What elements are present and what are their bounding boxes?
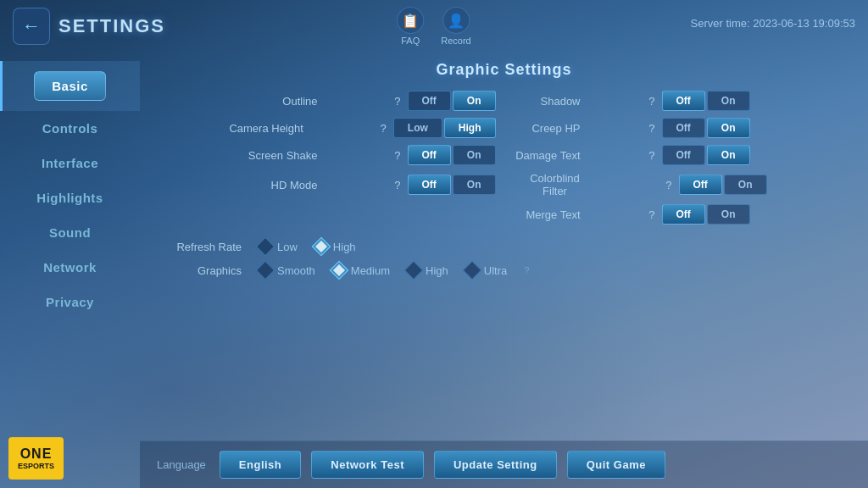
one-esports-logo: ONE ESPORTS bbox=[8, 437, 64, 480]
bottom-bar: Language English Network Test Update Set… bbox=[140, 441, 868, 488]
sidebar-item-interface[interactable]: Interface bbox=[0, 146, 140, 180]
refresh-low-label: Low bbox=[277, 241, 298, 253]
header-center: 📋 FAQ 👤 Record bbox=[397, 0, 470, 53]
colorblind-help-icon: ? bbox=[604, 179, 672, 191]
colorblind-on-btn[interactable]: On bbox=[724, 175, 767, 195]
faq-button[interactable]: 📋 FAQ bbox=[397, 7, 424, 46]
colorblind-label: ColorblindFilter bbox=[513, 172, 598, 197]
screen-shake-off-btn[interactable]: Off bbox=[408, 145, 451, 165]
graphics-medium-label: Medium bbox=[351, 264, 390, 277]
sidebar-label-highlights: Highlights bbox=[36, 191, 103, 205]
section-title: Graphic Settings bbox=[157, 61, 851, 79]
hd-mode-help-icon: ? bbox=[325, 179, 401, 191]
camera-height-setting: Camera Height ? Low High bbox=[157, 118, 496, 138]
sidebar-item-sound[interactable]: Sound bbox=[0, 215, 140, 250]
sidebar-label-basic: Basic bbox=[34, 71, 106, 101]
language-label: Language bbox=[157, 458, 206, 471]
damage-text-on-btn[interactable]: On bbox=[707, 145, 750, 165]
outline-off-btn[interactable]: Off bbox=[408, 91, 451, 111]
sidebar-item-controls[interactable]: Controls bbox=[0, 111, 140, 146]
creep-hp-toggle: Off On bbox=[662, 118, 750, 138]
logo-esports: ESPORTS bbox=[18, 462, 54, 471]
hd-mode-label: HD Mode bbox=[242, 179, 318, 191]
graphics-ultra-diamond bbox=[462, 261, 481, 280]
sidebar-item-privacy[interactable]: Privacy bbox=[0, 285, 140, 319]
outline-help-icon: ? bbox=[325, 95, 401, 108]
sidebar-item-basic[interactable]: Basic bbox=[0, 61, 140, 111]
empty-cell bbox=[157, 204, 496, 225]
refresh-rate-row: Refresh Rate Low High bbox=[157, 235, 851, 258]
record-button[interactable]: 👤 Record bbox=[441, 7, 470, 46]
refresh-high-label: High bbox=[333, 241, 356, 253]
camera-height-toggle: Low High bbox=[393, 118, 496, 138]
update-setting-btn[interactable]: Update Setting bbox=[434, 451, 557, 479]
hd-mode-setting: HD Mode ? Off On bbox=[157, 172, 496, 197]
shadow-off-btn[interactable]: Off bbox=[662, 91, 705, 111]
back-button[interactable]: ← bbox=[13, 8, 50, 45]
colorblind-off-btn[interactable]: Off bbox=[679, 175, 722, 195]
graphics-row: Graphics Smooth Medium High Ultra ? bbox=[157, 258, 851, 282]
screen-shake-toggle: Off On bbox=[408, 145, 496, 165]
refresh-high-diamond bbox=[312, 237, 331, 257]
graphics-smooth-option[interactable]: Smooth bbox=[259, 263, 315, 277]
sidebar-label-interface: Interface bbox=[42, 156, 98, 170]
sidebar-label-privacy: Privacy bbox=[46, 295, 94, 309]
camera-high-btn[interactable]: High bbox=[444, 118, 496, 138]
merge-text-setting: Merge Text ? Off On bbox=[513, 204, 852, 225]
graphics-medium-diamond bbox=[329, 261, 348, 280]
merge-text-help-icon: ? bbox=[587, 208, 655, 221]
screen-shake-label: Screen Shake bbox=[242, 149, 318, 162]
quit-game-btn[interactable]: Quit Game bbox=[567, 451, 665, 479]
graphics-smooth-label: Smooth bbox=[277, 264, 315, 277]
sidebar-label-network: Network bbox=[43, 260, 97, 274]
merge-text-label: Merge Text bbox=[513, 208, 581, 221]
hd-mode-on-btn[interactable]: On bbox=[453, 175, 496, 195]
record-label: Record bbox=[441, 36, 470, 46]
shadow-toggle: Off On bbox=[662, 91, 750, 111]
camera-height-label: Camera Height bbox=[227, 122, 303, 135]
hd-mode-toggle: Off On bbox=[408, 175, 496, 195]
screen-shake-setting: Screen Shake ? Off On bbox=[157, 145, 496, 165]
outline-on-btn[interactable]: On bbox=[453, 91, 496, 111]
graphics-high-option[interactable]: High bbox=[407, 263, 448, 277]
record-icon: 👤 bbox=[442, 7, 470, 34]
shadow-help-icon: ? bbox=[587, 95, 655, 108]
refresh-low-option[interactable]: Low bbox=[259, 240, 298, 253]
shadow-setting: Shadow ? Off On bbox=[513, 91, 852, 111]
graphics-ultra-option[interactable]: Ultra bbox=[465, 263, 507, 277]
faq-icon: 📋 bbox=[397, 7, 424, 34]
hd-mode-off-btn[interactable]: Off bbox=[408, 175, 451, 195]
merge-text-on-btn[interactable]: On bbox=[707, 204, 750, 225]
graphics-ultra-label: Ultra bbox=[484, 264, 507, 277]
sidebar-item-highlights[interactable]: Highlights bbox=[0, 180, 140, 215]
creep-hp-off-btn[interactable]: Off bbox=[662, 118, 705, 138]
damage-text-setting: Damage Text ? Off On bbox=[513, 145, 852, 165]
graphics-high-label: High bbox=[426, 264, 448, 277]
colorblind-toggle: Off On bbox=[679, 175, 767, 195]
faq-label: FAQ bbox=[401, 36, 420, 46]
server-time: Server time: 2023-06-13 19:09:53 bbox=[691, 17, 855, 30]
camera-height-help-icon: ? bbox=[310, 122, 387, 135]
creep-hp-on-btn[interactable]: On bbox=[707, 118, 750, 138]
refresh-high-option[interactable]: High bbox=[314, 240, 356, 253]
settings-grid: Outline ? Off On Shadow ? Off On Camera … bbox=[157, 91, 851, 225]
damage-text-off-btn[interactable]: Off bbox=[662, 145, 705, 165]
colorblind-setting: ColorblindFilter ? Off On bbox=[513, 172, 852, 197]
graphics-medium-option[interactable]: Medium bbox=[332, 263, 390, 277]
damage-text-label: Damage Text bbox=[513, 149, 581, 162]
merge-text-toggle: Off On bbox=[662, 204, 750, 225]
graphics-high-diamond bbox=[404, 261, 424, 280]
outline-label: Outline bbox=[242, 95, 318, 108]
screen-shake-on-btn[interactable]: On bbox=[453, 145, 496, 165]
language-btn[interactable]: English bbox=[220, 451, 301, 479]
shadow-on-btn[interactable]: On bbox=[707, 91, 750, 111]
outline-toggle: Off On bbox=[408, 91, 496, 111]
damage-text-help-icon: ? bbox=[587, 149, 655, 162]
graphics-help-icon: ? bbox=[524, 265, 529, 275]
merge-text-off-btn[interactable]: Off bbox=[662, 204, 705, 225]
sidebar-item-network[interactable]: Network bbox=[0, 250, 140, 285]
creep-hp-setting: Creep HP ? Off On bbox=[513, 118, 852, 138]
network-test-btn[interactable]: Network Test bbox=[311, 451, 424, 479]
camera-low-btn[interactable]: Low bbox=[393, 118, 442, 138]
refresh-low-diamond bbox=[256, 237, 275, 257]
